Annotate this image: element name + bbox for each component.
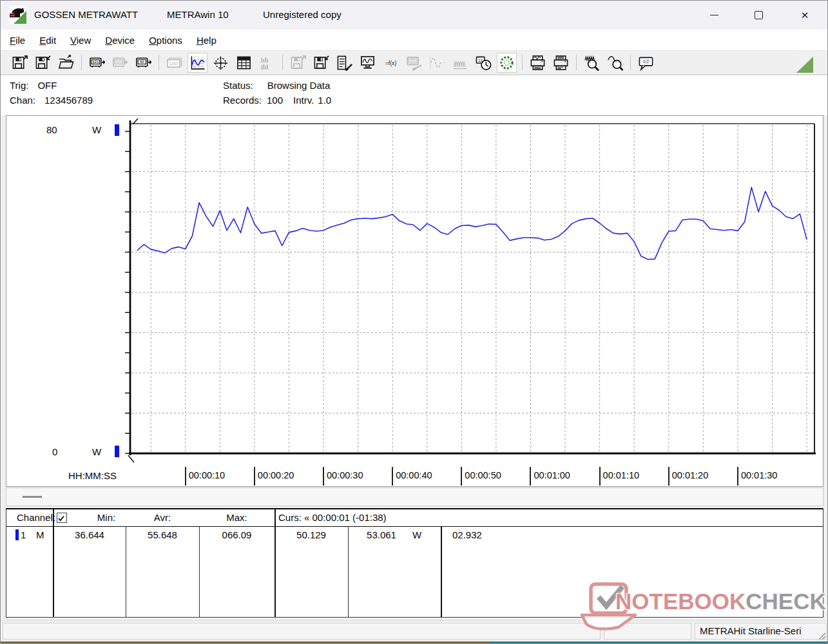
header-channel: Channel: <box>17 512 53 523</box>
table-divider <box>199 527 200 617</box>
toolbar-write-device-button: 321 <box>110 53 130 73</box>
row-channel-mode: M <box>36 529 49 540</box>
table-divider <box>348 527 349 617</box>
svg-text:321: 321 <box>92 59 99 63</box>
toolbar-view-bars-button <box>257 53 277 73</box>
monitor-setup-icon <box>360 55 376 71</box>
x-axis-title: HH:MM:SS <box>68 470 117 481</box>
svg-text:12: 12 <box>478 58 482 62</box>
menu-edit[interactable]: Edit <box>32 35 63 46</box>
status-value: Browsing Data <box>267 80 331 91</box>
toolbar-export-data-button <box>288 53 308 73</box>
time-setup-icon: 12 <box>476 55 492 71</box>
toolbar-zoom-compress-button[interactable] <box>582 53 602 73</box>
toolbar: 321321M1257=f(x)321121/2 <box>1 51 827 75</box>
print-report-icon <box>553 55 569 71</box>
channel-statistics-table: Channel: Min: Avr: Max: Curs: « 00:00:01… <box>6 508 823 618</box>
trigger-wave-icon <box>429 55 445 71</box>
device-settings-icon: 321 <box>406 55 422 71</box>
chart-horizontal-scrollbar[interactable] <box>6 488 823 506</box>
print-chart-icon <box>530 55 546 71</box>
toolbar-annotations-button[interactable]: 1/2 <box>636 53 656 73</box>
scrollbar-thumb[interactable] <box>23 496 42 498</box>
toolbar-separator <box>159 55 159 70</box>
minimize-button[interactable] <box>699 1 729 29</box>
read-device-icon: 321 <box>89 55 105 71</box>
svg-text:1257: 1257 <box>169 61 178 65</box>
acquisition-status-panel: Trig:OFF Chan:123456789 Status:Browsing … <box>1 75 827 115</box>
desktop-strip-right <box>489 641 828 644</box>
minimize-icon <box>710 15 718 15</box>
toolbar-separator <box>81 55 82 70</box>
svg-text:M: M <box>140 59 144 63</box>
statusbar-device-name: METRAHit Starline-Seri <box>695 623 827 639</box>
toolbar-read-device-button[interactable]: 321 <box>87 53 107 73</box>
close-button[interactable]: ✕ <box>790 1 820 29</box>
toolbar-monitor-setup-button[interactable] <box>358 53 378 73</box>
toolbar-separator <box>576 55 577 70</box>
toolbar-read-memory-button[interactable]: M <box>133 53 153 73</box>
svg-text:321: 321 <box>115 59 122 63</box>
channel-range-marker-top[interactable] <box>115 124 119 136</box>
view-table-icon <box>236 55 252 71</box>
menu-file[interactable]: File <box>3 35 32 46</box>
table-divider <box>126 527 126 617</box>
maximize-button[interactable] <box>744 1 773 29</box>
header-max: Max: <box>200 512 273 523</box>
save-export-icon <box>12 55 28 71</box>
export-data-icon <box>290 55 306 71</box>
x-tick-label: 00:00:40 <box>392 467 432 486</box>
chart-panel[interactable]: 80 W 0 W HH:MM:SS 00:00:1000:00:2000:00:… <box>6 115 823 487</box>
power-line-chart <box>6 116 823 486</box>
svg-text:321: 321 <box>410 59 416 62</box>
desktop-strip-left <box>1 641 489 644</box>
toolbar-separator <box>522 55 523 70</box>
write-device-icon: 321 <box>112 55 128 71</box>
row-channel-number: 1 <box>21 529 30 540</box>
toolbar-time-setup-button[interactable]: 12 <box>474 53 494 73</box>
resize-grip[interactable] <box>817 631 826 640</box>
menu-device[interactable]: Device <box>98 35 142 46</box>
channel-color-marker <box>15 529 19 540</box>
toolbar-view-table-button[interactable] <box>234 53 254 73</box>
channel-visibility-checkbox[interactable] <box>57 513 67 523</box>
x-tick-label: 00:01:00 <box>530 467 570 486</box>
view-bars-icon <box>259 55 275 71</box>
y-axis-unit-bottom: W <box>92 446 101 457</box>
channel-range-marker-bottom[interactable] <box>115 446 119 457</box>
records-value: 100 <box>267 95 283 106</box>
toolbar-save-import-button[interactable] <box>33 53 53 73</box>
view-scope-icon <box>213 55 229 71</box>
status-bar: METRAHit Starline-Seri <box>1 620 827 642</box>
menu-options[interactable]: Options <box>142 35 189 46</box>
svg-text:=f(x): =f(x) <box>385 59 397 66</box>
records-label: Records: <box>223 95 262 106</box>
toolbar-multi-display-button: 1257 <box>164 53 184 73</box>
toolbar-save-export-button[interactable] <box>10 53 30 73</box>
app-icon <box>9 6 26 24</box>
x-tick-label: 00:01:30 <box>737 467 777 486</box>
toolbar-print-report-button[interactable] <box>551 53 571 73</box>
y-axis-unit-top: W <box>92 124 101 135</box>
status-label: Status: <box>223 80 253 91</box>
menu-help[interactable]: Help <box>189 35 224 46</box>
toolbar-store-data-button[interactable] <box>311 53 331 73</box>
menu-view[interactable]: View <box>63 35 98 46</box>
toolbar-print-chart-button[interactable] <box>528 53 548 73</box>
title-license-note: Unregistered copy <box>263 9 342 20</box>
title-document-name: METRAwin 10 <box>167 9 229 20</box>
toolbar-channel-setup-button[interactable] <box>334 53 354 73</box>
toolbar-view-chart-button[interactable] <box>188 53 207 73</box>
app-window: GOSSEN METRAWATT METRAwin 10 Unregistere… <box>0 0 828 644</box>
row-cursor1-value: 50.129 <box>276 529 347 540</box>
live-record-icon <box>499 55 515 71</box>
toolbar-zoom-expand-button[interactable] <box>605 53 625 73</box>
row-unit: W <box>407 529 427 540</box>
x-tick-label: 00:00:20 <box>254 467 294 486</box>
toolbar-formula-button[interactable]: =f(x) <box>381 53 401 73</box>
toolbar-view-scope-button[interactable] <box>211 53 231 73</box>
toolbar-open-file-button[interactable] <box>56 53 76 73</box>
row-cursor2-value: 53.061 <box>349 529 414 540</box>
x-tick-label: 00:00:10 <box>185 467 225 486</box>
toolbar-live-record-button[interactable] <box>497 53 517 73</box>
